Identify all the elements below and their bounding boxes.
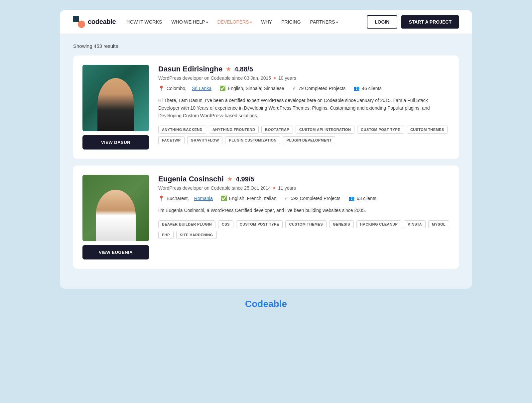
bio-dasun: Hi There, I am Dasun. I've been a certif… [158, 97, 450, 120]
tag-plugin-development[interactable]: PLUGIN DEVELOPMENT [283, 136, 335, 144]
dev-header-dasun: Dasun Edirisinghe ★ 4.88/5 [158, 65, 450, 73]
dev-meta-eugenia: 📍 Bucharest, Romania ✅ English, French, … [158, 195, 450, 201]
content: Showing 453 results VIEW DASUN Dasun Edi… [60, 34, 472, 289]
dot-dasun [274, 77, 276, 79]
photo-eugenia [82, 175, 149, 241]
rating-dasun: 4.88/5 [234, 65, 253, 73]
dev-header-eugenia: Eugenia Cosinschi ★ 4.99/5 [158, 175, 450, 183]
tag-custom-post-type-eugenia[interactable]: CUSTOM POST TYPE [236, 220, 283, 228]
view-eugenia-button[interactable]: VIEW EUGENIA [82, 245, 149, 259]
tag-custom-api[interactable]: CUSTOM API INTEGRATION [296, 126, 354, 134]
tag-custom-themes-eugenia[interactable]: CUSTOM THEMES [285, 220, 327, 228]
developer-card-dasun: VIEW DASUN Dasun Edirisinghe ★ 4.88/5 Wo… [73, 55, 459, 159]
tag-css[interactable]: CSS [218, 220, 233, 228]
location-eugenia: 📍 Bucharest, Romania [158, 195, 213, 201]
dev-name-dasun: Dasun Edirisinghe [158, 65, 222, 73]
nav-how-it-works[interactable]: HOW IT WORKS [126, 19, 162, 25]
completed-eugenia: ✓ 592 Completed Projects [284, 195, 340, 201]
view-dasun-button[interactable]: VIEW DASUN [82, 135, 149, 150]
developer-card-eugenia: VIEW EUGENIA Eugenia Cosinschi ★ 4.99/5 … [73, 165, 459, 269]
dev-name-eugenia: Eugenia Cosinschi [158, 175, 224, 183]
tag-kinsta[interactable]: KINSTA [404, 220, 426, 228]
clients-dasun: 👥 46 clients [353, 85, 381, 91]
login-button[interactable]: LOGIN [367, 15, 397, 29]
logo-icon [73, 16, 85, 28]
nav-actions: LOGIN START A PROJECT [367, 15, 459, 29]
nav-links: HOW IT WORKS WHO WE HELP DEVELOPERS WHY … [126, 19, 367, 25]
star-icon-eugenia: ★ [227, 175, 232, 183]
nav-partners[interactable]: PARTNERS [310, 19, 338, 25]
dev-since-dasun: WordPress developer on Codeable since 03… [158, 75, 450, 81]
rating-eugenia: 4.99/5 [236, 175, 254, 183]
star-icon-dasun: ★ [226, 65, 231, 73]
tag-plugin-customization[interactable]: PLUGIN CUSTOMIZATION [225, 136, 280, 144]
tag-bootstrap[interactable]: BOOTSTRAP [261, 126, 293, 134]
dev-since-eugenia: WordPress developer on Codeable since 25… [158, 185, 450, 191]
card-right-dasun: Dasun Edirisinghe ★ 4.88/5 WordPress dev… [158, 65, 450, 150]
tag-genesis[interactable]: GENESIS [329, 220, 354, 228]
check-icon-eugenia: ✓ [284, 195, 289, 201]
tag-custom-post-type[interactable]: CUSTOM POST TYPE [357, 126, 404, 134]
footer-brand: Codeable [245, 289, 287, 313]
dot-eugenia [273, 187, 275, 189]
tag-hacking-cleanup[interactable]: HACKING CLEANUP [356, 220, 402, 228]
logo-text: codeable [88, 18, 116, 26]
nav-why[interactable]: WHY [261, 19, 272, 25]
tag-facetwp[interactable]: FACETWP [158, 136, 185, 144]
dev-meta-dasun: 📍 Colombo, Sri Lanka ✅ English, Sinhala;… [158, 85, 450, 91]
clients-icon-dasun: 👥 [353, 85, 360, 91]
nav-who-we-help[interactable]: WHO WE HELP [171, 19, 208, 25]
location-link-dasun[interactable]: Sri Lanka [192, 86, 211, 91]
location-icon-dasun: 📍 [158, 85, 165, 91]
nav-pricing[interactable]: PRICING [281, 19, 301, 25]
tag-custom-themes-dasun[interactable]: CUSTOM THEMES [407, 126, 448, 134]
card-left-dasun: VIEW DASUN [82, 65, 149, 150]
clients-icon-eugenia: 👥 [348, 195, 355, 201]
nav-developers[interactable]: DEVELOPERS [217, 19, 252, 25]
completed-dasun: ✓ 79 Completed Projects [292, 85, 346, 91]
tag-php[interactable]: PHP [158, 231, 174, 239]
tag-beaver-builder[interactable]: BEAVER BUILDER PLUGIN [158, 220, 215, 228]
languages-eugenia: ✅ English, French, Italian [221, 195, 276, 201]
clients-eugenia: 👥 63 clients [348, 195, 376, 201]
logo[interactable]: codeable [73, 16, 116, 28]
tag-gravityflow[interactable]: GRAVITYFLOW [187, 136, 223, 144]
location-icon-eugenia: 📍 [158, 195, 165, 201]
location-link-eugenia[interactable]: Romania [194, 196, 213, 201]
card-right-eugenia: Eugenia Cosinschi ★ 4.99/5 WordPress dev… [158, 175, 450, 259]
navbar: codeable HOW IT WORKS WHO WE HELP DEVELO… [60, 10, 472, 34]
location-dasun: 📍 Colombo, Sri Lanka [158, 85, 211, 91]
tags-dasun: ANYTHING BACKEND ANYTHING FRONTEND BOOTS… [158, 126, 450, 144]
card-left-eugenia: VIEW EUGENIA [82, 175, 149, 259]
language-icon-dasun: ✅ [219, 85, 226, 91]
tags-eugenia: BEAVER BUILDER PLUGIN CSS CUSTOM POST TY… [158, 220, 450, 239]
check-icon-dasun: ✓ [292, 85, 297, 91]
tag-anything-backend[interactable]: ANYTHING BACKEND [158, 126, 206, 134]
results-count: Showing 453 results [73, 43, 459, 49]
start-project-button[interactable]: START A PROJECT [401, 15, 459, 29]
bio-eugenia: I'm Eugenia Cosinschi, a WordPress Certi… [158, 207, 450, 214]
tag-mysql[interactable]: MYSQL [428, 220, 449, 228]
languages-dasun: ✅ English, Sinhala; Sinhalese [219, 85, 284, 91]
photo-dasun [82, 65, 149, 131]
tag-anything-frontend[interactable]: ANYTHING FRONTEND [209, 126, 259, 134]
tag-site-hardening[interactable]: SITE HARDENING [176, 231, 217, 239]
language-icon-eugenia: ✅ [221, 195, 227, 201]
